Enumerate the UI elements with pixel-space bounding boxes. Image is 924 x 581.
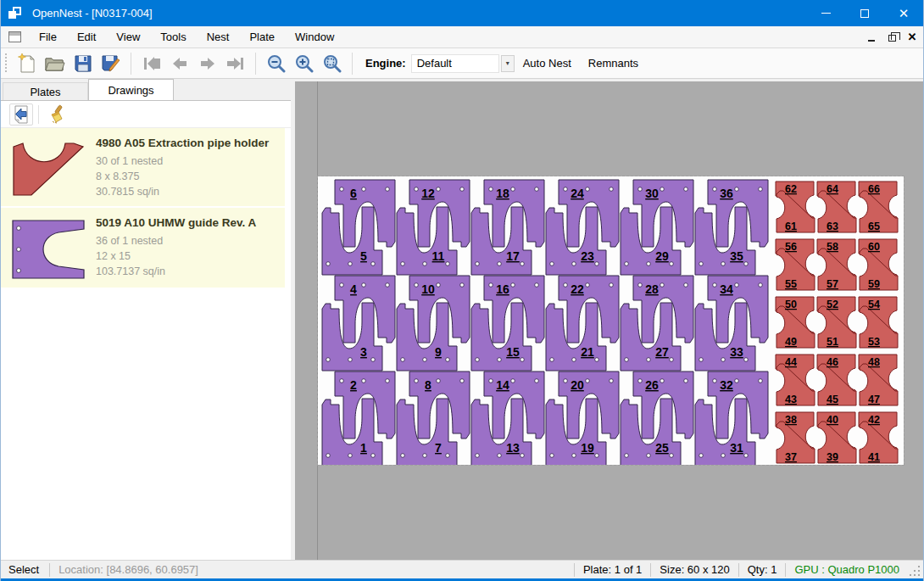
purple-pair-cell[interactable]: 3029 xyxy=(621,180,693,275)
part-number: 60 xyxy=(868,241,880,253)
purple-pair-cell[interactable]: 2019 xyxy=(546,372,619,465)
engine-combobox[interactable]: Default xyxy=(411,54,499,73)
purple-pair-cell[interactable]: 2625 xyxy=(621,372,693,465)
toolbar-grip[interactable] xyxy=(4,53,8,74)
mdi-restore-button[interactable] xyxy=(882,29,901,46)
menu-view[interactable]: View xyxy=(106,26,150,48)
open-file-button[interactable] xyxy=(41,51,69,76)
minimize-icon xyxy=(821,13,831,14)
maximize-icon xyxy=(860,9,869,18)
part-thumbnail-purple xyxy=(11,218,86,281)
red-pair-cell[interactable]: 5049 xyxy=(776,297,815,348)
red-pair-cell[interactable]: 5857 xyxy=(817,239,856,290)
zoom-fit-button[interactable] xyxy=(318,51,346,76)
purple-pair-cell[interactable]: 87 xyxy=(397,372,470,465)
red-pair-cell[interactable]: 4847 xyxy=(859,355,898,405)
purple-pair-cell[interactable]: 109 xyxy=(397,276,470,371)
zoom-in-button[interactable] xyxy=(290,51,318,76)
purple-pair-cell[interactable]: 3635 xyxy=(695,180,768,275)
red-pair-cell[interactable]: 5453 xyxy=(859,297,898,348)
part-number: 18 xyxy=(496,187,509,200)
menu-plate[interactable]: Plate xyxy=(239,26,285,48)
part-number: 27 xyxy=(655,345,669,359)
part-number: 16 xyxy=(496,282,509,296)
part-number: 49 xyxy=(785,336,797,348)
drawing-item[interactable]: 5019 A10 UHMW guide Rev. A 36 of 1 neste… xyxy=(1,208,285,289)
part-number: 28 xyxy=(645,282,659,296)
engine-dropdown-arrow[interactable]: ▾ xyxy=(501,55,515,72)
red-pair-cell[interactable]: 4645 xyxy=(817,355,856,405)
engine-value: Default xyxy=(417,57,452,70)
mdi-document-icon[interactable] xyxy=(8,31,21,42)
mdi-close-button[interactable]: ✕ xyxy=(903,29,921,46)
new-file-button[interactable] xyxy=(13,51,41,76)
red-pair-cell[interactable]: 6261 xyxy=(776,182,815,232)
part-number: 36 xyxy=(720,187,733,200)
nest-canvas[interactable]: 6543211211109871817161514132423222120193… xyxy=(295,79,923,560)
status-gpu: GPU : Quadro P1000 xyxy=(786,563,908,576)
menu-tools[interactable]: Tools xyxy=(150,26,196,48)
engine-label: Engine: xyxy=(365,57,406,70)
purple-pair-cell[interactable]: 1413 xyxy=(471,372,544,465)
red-pair-cell[interactable]: 4039 xyxy=(817,412,856,463)
purple-pair-cell[interactable]: 65 xyxy=(322,180,395,275)
clear-drawings-button[interactable] xyxy=(44,103,68,126)
purple-pair-cell[interactable]: 21 xyxy=(322,372,395,465)
menu-nest[interactable]: Nest xyxy=(197,26,240,48)
part-number: 38 xyxy=(785,414,797,426)
save-as-button[interactable] xyxy=(97,51,125,76)
close-icon: ✕ xyxy=(899,7,910,20)
mdi-minimize-button[interactable] xyxy=(862,29,881,46)
part-number: 12 xyxy=(421,187,435,200)
resize-grip[interactable] xyxy=(910,566,921,578)
purple-pair-cell[interactable]: 3433 xyxy=(695,276,768,371)
minimize-button[interactable] xyxy=(806,0,845,26)
purple-pair-cell[interactable]: 3231 xyxy=(695,372,768,465)
purple-pair-cell[interactable]: 2221 xyxy=(546,276,619,371)
next-plate-button[interactable] xyxy=(193,51,221,76)
purple-pair-cell[interactable]: 43 xyxy=(322,276,395,371)
part-number: 37 xyxy=(785,451,797,463)
red-pair-cell[interactable]: 6059 xyxy=(859,239,898,290)
status-bar: Select Location: [84.8696, 60.6957] Plat… xyxy=(1,560,923,578)
last-plate-button[interactable] xyxy=(221,51,249,76)
drawings-toolbar xyxy=(1,100,291,128)
zoom-out-button[interactable] xyxy=(262,51,290,76)
red-pair-cell[interactable]: 5251 xyxy=(817,297,856,348)
close-button[interactable]: ✕ xyxy=(884,0,923,26)
red-pair-cell[interactable]: 5655 xyxy=(776,239,815,290)
previous-plate-button[interactable] xyxy=(165,51,193,76)
part-number: 62 xyxy=(785,183,797,195)
first-plate-button[interactable] xyxy=(137,51,165,76)
red-pair-cell[interactable]: 3837 xyxy=(776,412,815,463)
red-pair-cell[interactable]: 6665 xyxy=(859,182,898,232)
purple-pair-cell[interactable]: 1615 xyxy=(471,276,544,371)
remnants-button[interactable]: Remnants xyxy=(580,53,647,75)
drawing-item[interactable]: 4980 A05 Extraction pipe holder 30 of 1 … xyxy=(1,128,285,208)
part-number: 32 xyxy=(720,378,733,392)
left-panel: Plates Drawings xyxy=(1,79,295,560)
purple-pair-cell[interactable]: 1817 xyxy=(471,180,544,275)
save-as-icon xyxy=(101,54,121,73)
import-drawing-button[interactable] xyxy=(9,103,33,126)
purple-pair-cell[interactable]: 2827 xyxy=(621,276,693,371)
red-pair-cell[interactable]: 4241 xyxy=(859,412,898,463)
maximize-button[interactable] xyxy=(845,0,884,26)
menu-edit[interactable]: Edit xyxy=(67,26,106,48)
tab-plates[interactable]: Plates xyxy=(3,82,88,100)
auto-nest-button[interactable]: Auto Nest xyxy=(515,53,580,75)
mdi-minimize-icon xyxy=(868,40,875,42)
save-button[interactable] xyxy=(69,51,97,76)
part-number: 6 xyxy=(350,187,357,200)
menu-file[interactable]: File xyxy=(29,26,67,48)
tab-drawings[interactable]: Drawings xyxy=(88,79,174,100)
red-pair-cell[interactable]: 6463 xyxy=(817,182,856,232)
red-pair-cell[interactable]: 4443 xyxy=(776,355,815,405)
part-number: 42 xyxy=(868,414,880,426)
part-number: 10 xyxy=(421,282,435,296)
purple-pair-cell[interactable]: 2423 xyxy=(546,180,619,275)
plate[interactable]: 6543211211109871817161514132423222120193… xyxy=(318,176,904,465)
purple-pair-cell[interactable]: 1211 xyxy=(397,180,470,275)
part-number: 52 xyxy=(827,299,838,310)
menu-window[interactable]: Window xyxy=(285,26,344,48)
